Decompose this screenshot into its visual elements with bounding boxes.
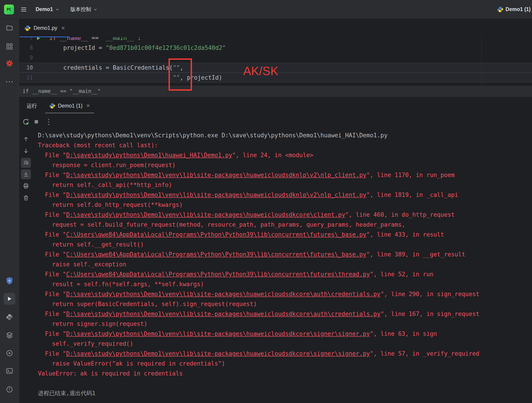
pycharm-logo-icon[interactable]: PC <box>4 5 14 14</box>
terminal-icon[interactable] <box>6 367 13 375</box>
traceback-file-link[interactable]: D:\save\study\pythons\Demo1\venv\lib\sit… <box>66 191 366 198</box>
run-tool-window-button[interactable] <box>4 293 15 305</box>
traceback-file-link[interactable]: C:\Users\qwe84\AppData\Local\Programs\Py… <box>66 271 370 278</box>
traceback-source-line: return super(BasicCredentials, self).sig… <box>38 299 532 309</box>
traceback-source-line: raise self._exception <box>38 259 532 269</box>
problems-icon[interactable] <box>6 386 13 393</box>
editor-line-7[interactable]: 7▶if __name__ == "__main__": <box>19 37 532 43</box>
stop-button[interactable] <box>31 117 42 127</box>
traceback-source-line: result = self.fn(*self.args, **self.kwar… <box>38 279 532 289</box>
chevron-down-icon <box>93 7 98 12</box>
project-name: Demo1 <box>36 6 53 13</box>
pycharm-window: { "titlebar": { "logo": "PC", "project_n… <box>0 0 532 403</box>
more-tool-windows-icon[interactable]: ⋯ <box>6 78 13 86</box>
clear-console-icon[interactable] <box>21 193 31 203</box>
exit-code-line: 进程已结束,退出代码1 <box>38 388 532 398</box>
traceback-frame-line: File "D:\save\study\pythons\Demo1\venv\l… <box>38 210 532 220</box>
editor-code-line[interactable]: if __name__ == "__main__": <box>49 37 141 43</box>
tab-label: Demo1.py <box>34 25 57 31</box>
traceback-frame-line: File "D:\save\study\pythons\Demo1\venv\l… <box>38 289 532 299</box>
editor-gutter[interactable]: 8 <box>19 43 49 53</box>
run-line-icon[interactable]: ▶ <box>37 37 40 40</box>
line-number: 7 <box>19 37 33 41</box>
print-icon[interactable] <box>21 181 31 191</box>
traceback-file-link[interactable]: C:\Users\qwe84\AppData\Local\Programs\Py… <box>66 251 366 258</box>
traceback-source-line: self._verify_required() <box>38 339 532 349</box>
traceback-file-link[interactable]: D:\save\study\pythons\Demo1\venv\lib\sit… <box>66 350 370 357</box>
editor-code-line[interactable]: credentials = BasicCredentials("", <box>49 63 184 73</box>
traceback-source-line: return self.do_http_request(**kwargs) <box>38 200 532 210</box>
traceback-frame-line: File "D:\save\study\pythons\Demo1\venv\l… <box>38 170 532 180</box>
traceback-file-link[interactable]: D:\save\study\pythons\Demo1\venv\lib\sit… <box>66 310 380 317</box>
code-editor[interactable]: 7▶if __name__ == "__main__":8 projectId … <box>19 37 532 86</box>
editor-tab-demo1[interactable]: Demo1.py ✕ <box>19 19 70 37</box>
titlebar: PC Demo1 版本控制 Demo1 (1) <box>0 0 532 19</box>
project-selector[interactable]: Demo1 <box>33 3 62 16</box>
scroll-down-icon[interactable] <box>21 146 31 156</box>
editor-gutter[interactable]: 7▶ <box>19 37 49 43</box>
structure-icon[interactable] <box>6 43 13 50</box>
vcs-selector[interactable]: 版本控制 <box>68 3 100 16</box>
rerun-button[interactable] <box>21 117 31 127</box>
run-config-selector[interactable]: Demo1 (1) <box>497 6 532 13</box>
tool-window-stripe: ⋯ <box>0 19 19 403</box>
traceback-file-link[interactable]: D:\save\study\pythons\Demo1\venv\lib\sit… <box>66 330 370 337</box>
breadcrumb-text: if __name__ == "__main__" <box>23 88 101 94</box>
pycharm-logo-text: PC <box>7 7 11 12</box>
editor-line-9[interactable]: 9 <box>19 53 532 63</box>
editor-code-line[interactable]: "", projectId) <box>49 73 222 82</box>
line-number: 10 <box>19 64 33 71</box>
soft-wrap-icon[interactable] <box>21 158 31 168</box>
python-icon <box>49 103 55 109</box>
security-shield-icon[interactable] <box>6 277 13 285</box>
traceback-frame-line: File "C:\Users\qwe84\AppData\Local\Progr… <box>38 269 532 279</box>
traceback-file-link[interactable]: D:\save\study\pythons\Demo1\huawei_HAI\D… <box>66 152 232 158</box>
close-run-tab-icon[interactable]: ✕ <box>86 103 90 108</box>
editor-gutter[interactable]: 9 <box>19 53 49 63</box>
line-number: 8 <box>19 45 33 51</box>
run-tab-label: Demo1 (1) <box>58 103 82 109</box>
traceback-file-link[interactable]: D:\save\study\pythons\Demo1\venv\lib\sit… <box>66 291 380 297</box>
annotation-label: AK/SK <box>243 64 279 78</box>
run-tab-demo1[interactable]: Demo1 (1) ✕ <box>45 97 94 115</box>
run-panel-title[interactable]: 运行 <box>27 102 37 109</box>
huawei-plugin-icon[interactable] <box>6 60 13 67</box>
scroll-to-end-icon[interactable] <box>21 169 31 179</box>
vcs-label: 版本控制 <box>70 6 91 13</box>
chevron-down-icon <box>55 7 60 12</box>
console-gutter <box>19 129 33 403</box>
editor-gutter[interactable]: 11 <box>19 73 49 82</box>
editor-line-8[interactable]: 8 projectId = "0ed871b01c00f4e12f36c01c2… <box>19 43 532 53</box>
editor-gutter[interactable]: 10 <box>19 63 49 73</box>
more-options-icon[interactable]: ⋮ <box>45 118 52 125</box>
error-line: ValueError: ak is required in credential… <box>38 369 532 378</box>
console-command-line: D:\save\study\pythons\Demo1\venv\Scripts… <box>38 130 532 140</box>
project-folder-icon[interactable] <box>6 24 13 31</box>
editor-tab-bar: Demo1.py ✕ <box>19 19 532 38</box>
traceback-source-line: request = self.build_future_request(meth… <box>38 220 532 230</box>
run-toolbar: ⋮ <box>19 114 532 129</box>
traceback-file-link[interactable]: D:\save\study\pythons\Demo1\venv\lib\sit… <box>66 172 366 178</box>
python-console-icon[interactable] <box>6 314 13 321</box>
traceback-file-link[interactable]: D:\save\study\pythons\Demo1\venv\lib\sit… <box>66 211 345 218</box>
close-tab-icon[interactable]: ✕ <box>61 25 65 31</box>
scroll-up-icon[interactable] <box>21 134 31 144</box>
traceback-source-line: response = client.run_poem(request) <box>38 160 532 170</box>
editor-code-line[interactable]: projectId = "0ed871b01c00f4e12f36c01c2da… <box>49 43 226 53</box>
traceback-frame-line: File "D:\save\study\pythons\Demo1\venv\l… <box>38 349 532 359</box>
run-anything-icon[interactable] <box>6 350 13 357</box>
traceback-source-line: raise ValueError("ak is required in cred… <box>38 359 532 369</box>
console-output[interactable]: D:\save\study\pythons\Demo1\venv\Scripts… <box>38 130 532 398</box>
line-number: 11 <box>19 75 33 81</box>
traceback-file-link[interactable]: C:\Users\qwe84\AppData\Local\Programs\Py… <box>66 231 366 238</box>
traceback-source-line: return self.__get_result() <box>38 239 532 249</box>
traceback-frame-line: File "D:\save\study\pythons\Demo1\venv\l… <box>38 329 532 339</box>
traceback-source-line: return signer.sign(request) <box>38 319 532 329</box>
services-layers-icon[interactable] <box>6 332 13 339</box>
hamburger-menu-icon[interactable] <box>20 6 27 13</box>
run-config-name: Demo1 (1) <box>506 6 531 13</box>
breadcrumb[interactable]: if __name__ == "__main__" <box>19 86 532 96</box>
run-panel-header: 运行 Demo1 (1) ✕ <box>19 96 532 115</box>
python-icon <box>24 25 31 31</box>
traceback-source-line: return self._call_api(**http_info) <box>38 180 532 190</box>
